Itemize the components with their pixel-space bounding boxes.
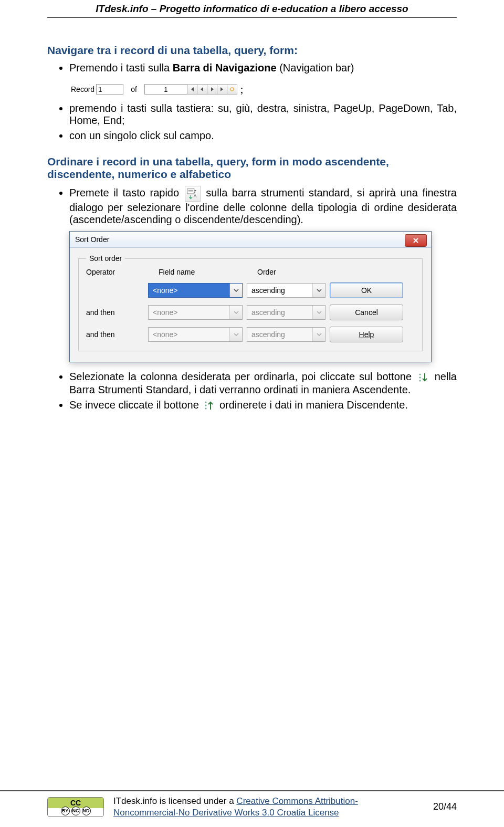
record-navigation-bar: Record 1 of 1 ; [69, 82, 243, 96]
sort-descending-icon [203, 399, 215, 412]
cc-license-badge: CC BY NC ND [47, 797, 104, 817]
section-heading-sort: Ordinare i record in una tabella, query,… [47, 155, 457, 181]
ok-button[interactable]: OK [330, 282, 403, 298]
bullet-sort-asc: Selezionate la colonna desiderata per or… [69, 371, 457, 396]
nav-prev-icon[interactable] [197, 84, 207, 95]
fieldset-legend: Sort order [86, 254, 125, 263]
nav-first-icon[interactable] [187, 84, 197, 95]
order-dropdown[interactable]: ascending [247, 327, 326, 342]
bullet-nav-bar: Premendo i tasti sulla Barra di Navigazi… [69, 62, 457, 74]
sort-dialog-icon: ZA [185, 186, 201, 202]
record-current-field[interactable]: 1 [96, 84, 123, 95]
svg-rect-1 [187, 189, 194, 194]
page-number: 20/44 [433, 801, 457, 812]
sort-order-dialog: Sort Order Sort order Operator Field nam… [69, 231, 432, 362]
nav-new-icon[interactable] [227, 84, 237, 95]
record-total-field: 1 [144, 84, 187, 95]
nav-last-icon[interactable] [217, 84, 227, 95]
bullet-click: con un singolo click sul campo. [69, 130, 457, 142]
bullet-sort-desc: Se invece cliccate il bottone ordinerete… [69, 399, 457, 412]
close-button[interactable] [405, 234, 427, 247]
close-icon [413, 237, 419, 244]
col-operator: Operator [86, 268, 144, 276]
field-name-dropdown[interactable]: <none> [148, 305, 243, 320]
svg-point-7 [205, 402, 207, 403]
sort-ascending-icon [417, 371, 429, 384]
chevron-down-icon [312, 306, 325, 319]
col-field-name: Field name [148, 268, 243, 276]
header-title: ITdesk.info – Progetto informatico di e-… [96, 3, 408, 14]
row-op: and then [86, 308, 144, 317]
cc-nd-icon: ND [82, 807, 91, 815]
order-dropdown[interactable]: ascending [247, 283, 326, 298]
svg-text:A: A [193, 193, 196, 198]
license-link[interactable]: Noncommercial-No Derivative Works 3.0 Cr… [113, 808, 339, 818]
section-heading-navigate: Navigare tra i record di una tabella, qu… [47, 44, 457, 57]
page-footer: CC BY NC ND ITdesk.info is licensed unde… [0, 790, 504, 827]
help-button[interactable]: Help [330, 327, 403, 342]
col-order: Order [247, 268, 326, 276]
field-name-dropdown[interactable]: <none> [148, 283, 243, 298]
bullet-sort-button: Premete il tasto rapido ZA sulla barra s… [69, 186, 457, 226]
cc-nc-icon: NC [71, 807, 80, 815]
chevron-down-icon [312, 284, 325, 297]
page-header: ITdesk.info – Progetto informatico di e-… [47, 0, 457, 18]
footer-license-text: ITdesk.info is licensed under a Creative… [113, 795, 424, 819]
chevron-down-icon [229, 284, 242, 297]
chevron-down-icon [312, 328, 325, 341]
nav-next-icon[interactable] [207, 84, 217, 95]
cc-by-icon: BY [61, 807, 70, 815]
svg-point-6 [419, 380, 421, 381]
field-name-dropdown[interactable]: <none> [148, 327, 243, 342]
license-link[interactable]: Creative Commons Attribution- [236, 796, 358, 806]
record-label: Record [71, 85, 94, 93]
sort-order-fieldset: Sort order Operator Field name Order <no… [78, 254, 423, 351]
cancel-button[interactable]: Cancel [330, 305, 403, 320]
dialog-titlebar: Sort Order [70, 232, 431, 248]
order-dropdown[interactable]: ascending [247, 305, 326, 320]
svg-point-4 [419, 373, 421, 375]
svg-point-9 [205, 408, 207, 410]
chevron-down-icon [229, 306, 242, 319]
dialog-title: Sort Order [75, 235, 109, 244]
bullet-keyboard: premendo i tasti sulla tastiera: su, giù… [69, 102, 457, 127]
svg-point-5 [419, 376, 421, 378]
row-op: and then [86, 330, 144, 339]
svg-point-8 [205, 405, 207, 406]
svg-point-0 [230, 88, 234, 91]
chevron-down-icon [229, 328, 242, 341]
of-label: of [131, 85, 137, 93]
